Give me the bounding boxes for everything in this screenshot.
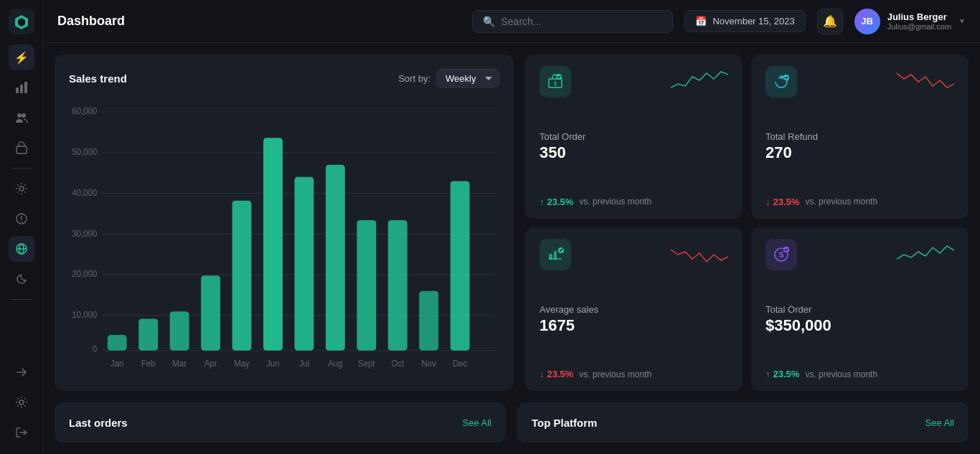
notification-button[interactable]: 🔔	[817, 9, 843, 34]
svg-text:Jul: Jul	[299, 359, 310, 369]
sidebar: ⚡	[0, 0, 43, 454]
average-sales-label-area: Average sales 1675	[540, 295, 728, 335]
svg-rect-27	[108, 335, 127, 351]
stats-grid: Total Order 350 ↑ 23.5% vs. previous mon…	[525, 55, 969, 391]
svg-rect-37	[419, 291, 438, 351]
svg-text:60,000: 60,000	[72, 106, 98, 117]
svg-point-53	[556, 74, 562, 80]
svg-rect-29	[170, 311, 189, 350]
svg-text:10,000: 10,000	[72, 310, 98, 321]
svg-text:Aug: Aug	[328, 359, 342, 369]
last-orders-see-all[interactable]: See All	[463, 417, 491, 428]
chevron-down-icon: ▼	[958, 17, 966, 25]
svg-point-8	[19, 186, 24, 191]
date-button[interactable]: 📅 November 15, 2023	[684, 10, 805, 32]
search-icon: 🔍	[483, 16, 495, 27]
svg-text:S: S	[779, 251, 784, 259]
total-order-icon	[540, 66, 571, 98]
total-order-amount-label-area: Total Order $350,000	[765, 295, 954, 335]
svg-rect-38	[451, 181, 470, 351]
arrow-down-icon: ↓	[765, 197, 771, 207]
svg-text:50,000: 50,000	[72, 147, 98, 158]
total-order-amount-sparkline	[897, 239, 954, 268]
svg-text:20,000: 20,000	[72, 269, 98, 280]
topnav: Dashboard 🔍 📅 November 15, 2023 🔔 JB Jul…	[43, 0, 980, 43]
total-refund-change: ↓ 23.5%	[765, 197, 799, 207]
svg-text:30,000: 30,000	[72, 228, 98, 239]
total-order-label: Total Order 350	[540, 123, 728, 162]
stat-top-total-refund	[765, 66, 954, 98]
sidebar-item-analytics[interactable]	[9, 75, 34, 100]
top-platform-see-all[interactable]: See All	[925, 417, 954, 428]
average-sales-sparkline	[671, 239, 728, 268]
search-box[interactable]: 🔍	[472, 10, 673, 33]
svg-rect-56	[554, 251, 557, 260]
total-order-vs: vs. previous month	[579, 197, 651, 207]
sidebar-item-dashboard[interactable]: ⚡	[9, 44, 34, 70]
sort-by-label: Sort by:	[398, 73, 430, 84]
total-order-footer: ↑ 23.5% vs. previous month	[540, 197, 728, 207]
chart-area: 60,000 50,000 40,000 30,000 20,000 10,00…	[69, 100, 499, 377]
total-order-change: ↑ 23.5%	[540, 197, 573, 207]
svg-rect-30	[201, 275, 220, 350]
sidebar-divider-2	[11, 299, 32, 300]
bottom-row: Last orders See All Top Platform See All	[55, 402, 969, 443]
sidebar-item-globe[interactable]	[9, 236, 34, 262]
arrow-up-icon: ↑	[540, 197, 545, 207]
user-text: Julius Berger Julius@gmail.com	[887, 11, 951, 31]
sidebar-logo	[9, 9, 34, 34]
svg-point-54	[783, 75, 789, 80]
top-row: Sales trend Sort by: Weekly Monthly Year…	[55, 55, 969, 391]
content-area: Sales trend Sort by: Weekly Monthly Year…	[43, 43, 980, 454]
stat-top-average-sales	[540, 239, 728, 270]
svg-text:Oct: Oct	[391, 359, 404, 369]
stat-top-total-order-amount: S	[765, 239, 954, 270]
sidebar-item-forward[interactable]	[9, 359, 34, 385]
svg-rect-35	[357, 220, 376, 351]
svg-rect-32	[263, 138, 283, 350]
avatar: JB	[854, 9, 880, 34]
svg-rect-2	[16, 88, 19, 93]
sort-select[interactable]: Weekly Monthly Yearly	[436, 69, 499, 88]
svg-text:Jun: Jun	[266, 359, 279, 369]
total-refund-icon	[765, 66, 797, 98]
sidebar-item-theme[interactable]	[9, 266, 34, 292]
svg-text:Nov: Nov	[422, 359, 436, 369]
average-sales-footer: ↓ 23.5% vs. previous month	[540, 369, 728, 379]
sales-trend-title: Sales trend	[69, 72, 127, 85]
sidebar-item-logout[interactable]	[9, 420, 34, 445]
svg-point-60	[783, 247, 789, 252]
svg-text:0: 0	[93, 344, 98, 354]
sidebar-item-settings2[interactable]	[9, 389, 34, 415]
svg-point-5	[17, 113, 22, 118]
sort-by-control: Sort by: Weekly Monthly Yearly	[398, 69, 499, 88]
search-input[interactable]	[501, 16, 662, 27]
stat-card-average-sales: Average sales 1675 ↓ 23.5% vs. previous …	[525, 227, 743, 392]
sales-trend-header: Sales trend Sort by: Weekly Monthly Year…	[69, 69, 499, 88]
svg-text:Sept: Sept	[358, 359, 375, 369]
average-sales-vs: vs. previous month	[579, 369, 651, 379]
svg-text:Feb: Feb	[141, 359, 156, 369]
calendar-icon: 📅	[695, 16, 707, 27]
sidebar-item-products[interactable]	[9, 135, 34, 161]
svg-point-6	[22, 113, 26, 118]
sales-trend-card: Sales trend Sort by: Weekly Monthly Year…	[55, 55, 514, 391]
sidebar-item-gear[interactable]	[9, 176, 34, 202]
arrow-up-icon2: ↑	[765, 369, 771, 379]
total-order-amount-vs: vs. previous month	[805, 369, 877, 379]
svg-text:Jan: Jan	[110, 359, 123, 369]
svg-rect-28	[138, 318, 158, 350]
total-order-amount-change: ↑ 23.5%	[765, 369, 799, 379]
svg-rect-31	[232, 201, 252, 351]
average-sales-icon	[540, 239, 571, 270]
user-profile[interactable]: JB Julius Berger Julius@gmail.com ▼	[854, 9, 966, 34]
sidebar-item-users[interactable]	[9, 105, 34, 131]
svg-point-51	[554, 81, 557, 84]
bell-icon: 🔔	[823, 14, 837, 28]
svg-rect-34	[326, 165, 345, 351]
user-name: Julius Berger	[887, 11, 951, 22]
page-title: Dashboard	[57, 14, 125, 29]
sidebar-item-alerts[interactable]	[9, 206, 34, 232]
top-platform-title: Top Platform	[532, 417, 597, 429]
svg-text:Dec: Dec	[453, 359, 467, 369]
